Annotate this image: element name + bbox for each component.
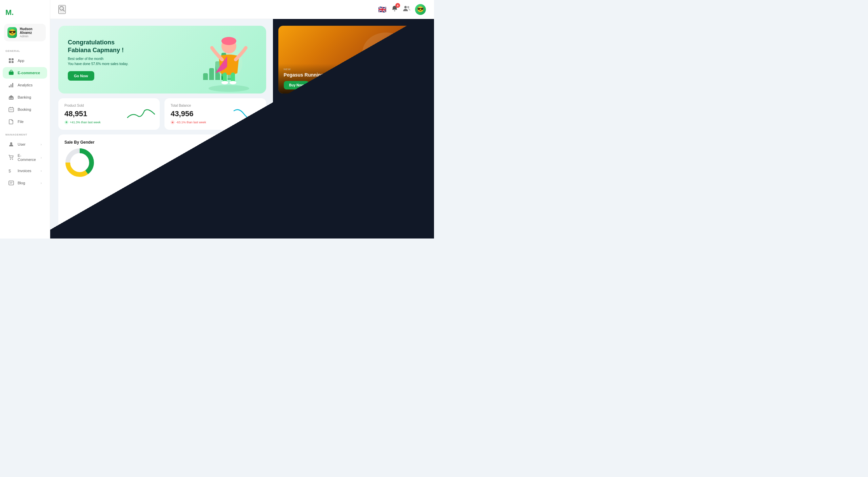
user-info: Hudson Alvarez Admin [20, 27, 42, 38]
sidebar-item-app[interactable]: App [3, 55, 47, 66]
svg-rect-1 [12, 58, 14, 60]
svg-rect-15 [12, 109, 13, 110]
stat-total-balance-chart [232, 106, 263, 123]
app-n-icon[interactable]: N [381, 164, 396, 179]
ecommerce-mgmt-icon [8, 154, 14, 161]
yearly-sales-chart [290, 151, 350, 179]
sidebar-item-analytics[interactable]: Analytics [3, 79, 47, 91]
stat-card-total-balance: Total Balance 43,956 -63.1% than last we… [164, 98, 266, 130]
stat-product-sold-chart [126, 106, 156, 123]
svg-rect-2 [9, 61, 11, 63]
sidebar-item-ecommerce-mgmt[interactable]: E-Commerce › [3, 151, 47, 164]
svg-rect-9 [9, 98, 10, 99]
dot-4[interactable] [418, 87, 420, 89]
ecommerce-mgmt-arrow-icon: › [41, 156, 42, 160]
app-js-icon[interactable]: JS [402, 146, 417, 161]
sidebar-item-banking-label: Banking [18, 95, 42, 99]
ecommerce-icon [8, 70, 14, 76]
sidebar-item-ecommerce[interactable]: E-commerce [3, 67, 47, 79]
gender-card: Sale By Gender [58, 134, 266, 232]
donut-chart-container [64, 147, 260, 178]
invoices-arrow-icon: › [41, 169, 42, 173]
logo: M. [5, 8, 14, 17]
app-sketch-icon[interactable] [360, 146, 375, 161]
blog-icon [8, 180, 14, 186]
sidebar-item-analytics-label: Analytics [18, 83, 42, 87]
online-indicator [360, 141, 362, 143]
sidebar-item-user-label: User [18, 142, 37, 146]
apps-card: T... [354, 134, 426, 232]
stats-row: Product Sold 48,951 +41.3% than last wee… [58, 98, 266, 130]
notifications-button[interactable]: 8 [391, 5, 398, 14]
header-avatar[interactable]: 😎 [415, 4, 426, 15]
yearly-sales-subtitle: (+43%) than last year [284, 145, 344, 149]
header: 🇬🇧 8 😎 [50, 0, 434, 19]
sidebar-item-blog-label: Blog [18, 181, 37, 185]
sidebar-item-invoices[interactable]: $ Invoices › [3, 165, 47, 177]
congrats-illustration [195, 29, 263, 94]
sidebar-item-banking[interactable]: Banking [3, 91, 47, 103]
svg-rect-0 [9, 58, 11, 60]
svg-rect-13 [10, 109, 11, 110]
svg-point-24 [394, 11, 395, 11]
apps-grid: JS TS N [360, 146, 420, 179]
blog-arrow-icon: › [41, 181, 42, 185]
header-actions: 🇬🇧 8 😎 [378, 4, 426, 15]
dot-1[interactable] [408, 87, 410, 89]
users-icon[interactable] [403, 5, 410, 13]
sidebar-item-blog[interactable]: Blog › [3, 177, 47, 189]
svg-rect-7 [12, 83, 13, 87]
analytics-icon [8, 82, 14, 88]
content-area: Congratulations Fabiana Capmany ! Best s… [50, 19, 434, 239]
dot-3[interactable] [415, 87, 417, 89]
svg-point-34 [230, 81, 236, 84]
sidebar-item-file-label: File [18, 120, 42, 124]
dark-stats-row: Sales Profit 28,971 +66.3% than last wee… [278, 98, 426, 130]
dot-2[interactable] [412, 87, 414, 89]
app-ts-icon[interactable]: TS [360, 164, 375, 179]
go-now-button[interactable]: Go Now [68, 71, 94, 81]
svg-rect-4 [9, 71, 14, 75]
stat-card-sales-profit: Sales Profit 28,971 +66.3% than last wee… [278, 98, 426, 130]
gender-card-title: Sale By Gender [64, 140, 260, 145]
sidebar-item-booking-label: Booking [18, 107, 42, 111]
svg-point-30 [221, 37, 236, 45]
main-area: 🇬🇧 8 😎 Congratulations Fabiana Capmany !… [50, 0, 434, 239]
sidebar-item-app-label: App [18, 59, 42, 63]
yearly-sales-card: Yearly Sales (+43%) than last year 100 [278, 134, 350, 232]
language-flag[interactable]: 🇬🇧 [378, 5, 387, 14]
app-figma-icon[interactable] [381, 146, 396, 161]
sidebar-item-booking[interactable]: Booking [3, 104, 47, 115]
svg-rect-3 [12, 61, 14, 63]
user-card[interactable]: 😎 Hudson Alvarez Admin [4, 24, 46, 41]
file-icon [8, 119, 14, 125]
svg-rect-11 [12, 98, 13, 99]
product-badge: NEW [284, 68, 420, 71]
svg-rect-5 [9, 86, 10, 87]
svg-point-17 [10, 159, 11, 160]
svg-point-18 [12, 159, 13, 160]
app-icon [8, 58, 14, 64]
invoices-icon: $ [8, 168, 14, 174]
yearly-y-axis-label: 100 [284, 175, 289, 179]
svg-point-16 [10, 142, 12, 144]
management-section-label: MANAGEMENT [0, 132, 50, 138]
dark-bottom-row: Yearly Sales (+43%) than last year 100 [278, 134, 426, 232]
svg-rect-10 [11, 98, 12, 99]
svg-point-26 [407, 6, 409, 8]
yearly-sales-title: Yearly Sales [284, 140, 344, 145]
logo-area: M. [0, 5, 50, 24]
apps-status-label: T... [366, 140, 370, 143]
banking-icon [8, 94, 14, 100]
sidebar-item-user[interactable]: User › [3, 139, 47, 150]
sidebar-item-ecommerce-mgmt-label: E-Commerce [18, 153, 37, 162]
svg-point-25 [405, 6, 407, 8]
content-left: Congratulations Fabiana Capmany ! Best s… [50, 19, 273, 239]
buy-now-button[interactable]: Buy Now [284, 81, 309, 89]
stat-card-product-sold: Product Sold 48,951 +41.3% than last wee… [58, 98, 160, 130]
booking-icon [8, 106, 14, 112]
sidebar-item-file[interactable]: File [3, 116, 47, 127]
stat-sales-profit-chart [392, 106, 422, 123]
svg-rect-14 [11, 109, 12, 110]
search-button[interactable] [58, 5, 66, 14]
